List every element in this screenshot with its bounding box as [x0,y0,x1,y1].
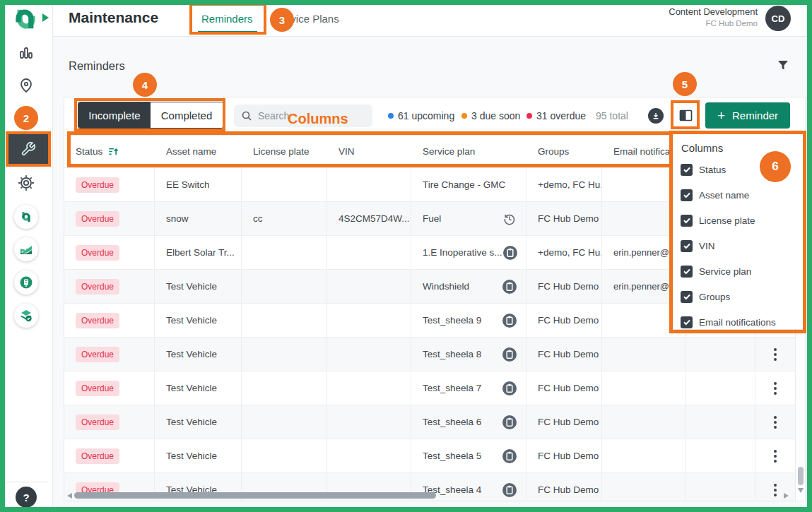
col-header-groups[interactable]: Groups [526,146,602,157]
plus-icon: + [717,108,725,124]
column-option-status[interactable]: Status [673,157,803,182]
asset-name-cell: Test Vehicle [155,304,242,337]
checkbox-checked-icon[interactable] [681,240,693,252]
license-plate-cell [242,405,327,439]
groups-cell: FC Hub Demo [526,371,602,405]
sidebar-item-settings[interactable] [18,174,35,191]
columns-panel-title: Columns [681,142,803,154]
column-option-label: Email notifications [699,317,776,328]
app-icon-3[interactable] [14,270,38,294]
row-menu-kebab-icon[interactable] [774,387,777,390]
search-input[interactable] [258,110,350,121]
license-plate-cell [242,236,327,269]
horizontal-scrollbar-thumb[interactable] [74,492,436,499]
row-menu-kebab-icon[interactable] [774,455,777,458]
vin-cell [327,236,411,269]
brand-logo[interactable] [11,5,40,33]
scroll-left-arrow-icon[interactable] [67,493,72,499]
toggle-incomplete[interactable]: Incomplete [78,102,151,128]
col-header-status[interactable]: Status [64,146,155,157]
column-option-email-notifications[interactable]: Email notifications [673,309,803,335]
column-option-groups[interactable]: Groups [673,284,803,309]
tab-active-underline [198,31,257,33]
sidebar-item-places[interactable] [18,77,35,94]
service-plan-cell: Test_sheela 6 [411,405,526,439]
user-name: Content Development [669,6,758,17]
column-option-license-plate[interactable]: License plate [673,208,803,233]
empty-cell [686,405,755,439]
status-badge: Overdue [76,381,119,396]
vin-cell [327,168,411,201]
groups-cell: FC Hub Demo [526,473,602,501]
tab-service-plans[interactable]: Service Plans [274,13,339,25]
toggle-completed[interactable]: Completed [151,102,223,128]
scroll-down-arrow-icon[interactable] [798,488,804,493]
col-header-plate[interactable]: License plate [242,146,327,157]
app-icon-1[interactable] [14,205,38,229]
checkbox-checked-icon[interactable] [681,291,693,303]
app-icon-4[interactable] [14,304,38,328]
col-header-plan[interactable]: Service plan [411,146,526,157]
column-option-service-plan[interactable]: Service plan [673,258,803,284]
column-option-label: Groups [699,292,730,302]
asset-name-cell: Test Vehicle [155,371,242,405]
table-row[interactable]: Overdue Test Vehicle Test_sheela 8 FC Hu… [64,338,795,371]
status-badge: Overdue [76,313,119,328]
row-menu-kebab-icon[interactable] [774,489,777,492]
task-clipboard-icon [502,381,517,396]
checkbox-checked-icon[interactable] [681,215,693,227]
table-row[interactable]: Overdue Test Vehicle Test_sheela 5 FC Hu… [64,439,795,473]
app-3-glyph [19,275,33,290]
email-notifications-cell [602,405,686,439]
service-plan-cell: Test_sheela 9 [411,304,526,337]
asset-name-cell: Test Vehicle [155,270,242,303]
help-button[interactable]: ? [16,487,37,508]
topbar: Maintenance Reminders Service Plans Cont… [53,0,812,37]
checkbox-checked-icon[interactable] [681,316,693,328]
filter-funnel-icon[interactable] [776,59,790,73]
service-plan-label: Test_sheela 6 [423,417,481,427]
download-button[interactable] [648,108,664,124]
reports-icon [18,44,35,61]
actions-cell [755,338,795,371]
table-row[interactable]: Overdue Test Vehicle Test_sheela 7 FC Hu… [64,371,795,405]
task-clipboard-icon [502,415,517,430]
row-menu-kebab-icon[interactable] [774,421,777,424]
status-cell: Overdue [64,405,155,439]
email-notifications-cell [602,371,686,405]
download-icon [652,112,660,120]
sidebar-item-reports[interactable] [18,44,35,61]
status-badge: Overdue [76,177,119,193]
asset-name-cell: snow [155,202,242,235]
license-plate-cell [242,338,327,371]
row-menu-kebab-icon[interactable] [774,353,777,356]
sort-icon[interactable] [107,146,118,157]
sidebar-expand-icon[interactable] [42,13,49,22]
app-window: ? Maintenance Reminders Service Plans Co… [0,0,812,512]
groups-cell: FC Hub Demo [526,202,602,235]
tab-reminders[interactable]: Reminders [201,13,253,25]
scroll-right-arrow-icon[interactable] [784,493,789,499]
overdue-dot [526,113,532,119]
checkbox-checked-icon[interactable] [681,266,693,278]
app-icon-2[interactable] [14,237,38,261]
table-row[interactable]: Overdue Test Vehicle Test_sheela 6 FC Hu… [64,405,795,439]
status-badge: Overdue [76,211,119,227]
column-option-label: Asset name [699,190,749,201]
columns-toggle-button[interactable] [675,105,697,126]
col-header-vin[interactable]: VIN [327,146,411,157]
app-2-glyph [19,242,33,256]
add-reminder-button[interactable]: + Reminder [705,102,790,129]
vertical-scrollbar-thumb[interactable] [798,467,804,485]
search-box [234,105,372,127]
vin-cell [327,270,411,303]
asset-name-cell: Test Vehicle [155,338,242,371]
checkbox-checked-icon[interactable] [681,189,693,201]
column-option-vin[interactable]: VIN [673,233,803,258]
avatar[interactable]: CD [765,6,791,31]
checkbox-checked-icon[interactable] [681,164,693,176]
col-header-asset[interactable]: Asset name [155,146,242,157]
status-cell: Overdue [64,371,155,405]
sidebar-item-maintenance[interactable] [6,131,51,167]
column-option-asset-name[interactable]: Asset name [673,182,803,208]
